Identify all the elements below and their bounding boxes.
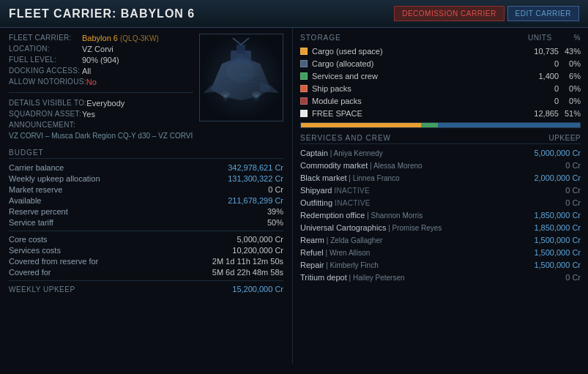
covered-reserve-label: Covered from reserve for [9, 257, 98, 266]
storage-row: FREE SPACE 12,865 51% [300, 108, 581, 119]
service-name-block: Commodity market | Alessa Moreno [300, 161, 423, 170]
core-costs-label: Core costs [9, 235, 48, 244]
service-operator: | Zelda Gallagher [324, 236, 382, 244]
weekly-upkeep-label: WEEKLY UPKEEP [9, 285, 75, 293]
docking-label: DOCKING ACCESS: [9, 67, 82, 75]
service-cost: 0 Cr [522, 273, 581, 282]
storage-item-units: 0 [518, 59, 559, 68]
storage-item-name: Module packs [312, 97, 362, 105]
storage-item-name: Ship packs [312, 84, 351, 93]
budget-row-label: Carrier balance [9, 163, 64, 172]
service-row: Shipyard INACTIVE 0 Cr [300, 185, 581, 195]
storage-item-pct: 51% [559, 109, 581, 118]
budget-row-value: 50% [267, 218, 283, 227]
docking-row: DOCKING ACCESS: All [9, 67, 193, 75]
service-name: Rearm | Zelda Gallagher [300, 236, 382, 244]
free-space-bar [438, 123, 580, 127]
service-row: Tritium depot | Hailey Petersen 0 Cr [300, 272, 581, 283]
service-name-block: Tritium depot | Hailey Petersen [300, 273, 405, 282]
main-content: FLEET CARRIER: Babylon 6 (QLQ-3KW) LOCAT… [0, 28, 588, 364]
left-panel: FLEET CARRIER: Babylon 6 (QLQ-3KW) LOCAT… [0, 28, 293, 364]
service-name: Tritium depot | Hailey Petersen [300, 273, 405, 282]
storage-item-pct: 0% [559, 84, 581, 93]
budget-divider-2 [9, 280, 283, 281]
svg-point-15 [223, 94, 228, 98]
announcement-label: ANNOUNCEMENT: [9, 121, 82, 129]
storage-item-units: 0 [518, 97, 559, 105]
service-name: Refuel | Wren Allison [300, 248, 370, 257]
squadron-label: SQUADRON ASSET: [9, 110, 82, 118]
storage-row: Cargo (used space) 10,735 43% [300, 46, 581, 56]
budget-row: Service tariff 50% [9, 218, 283, 227]
notorious-value: No [86, 78, 97, 86]
services-upkeep-label: UPKEEP [548, 134, 581, 142]
service-row: Outfitting INACTIVE 0 Cr [300, 198, 581, 208]
ship-image [199, 34, 283, 121]
storage-item-units: 12,865 [518, 109, 559, 118]
services-crew-bar [421, 123, 438, 127]
storage-item-name: Cargo (used space) [312, 47, 383, 56]
budget-row-label: Available [9, 196, 41, 205]
budget-row-value: 131,300,322 Cr [228, 174, 283, 183]
service-name: Captain | Aniya Kennedy [300, 149, 383, 157]
core-costs-row: Core costs 5,000,000 Cr [9, 235, 283, 244]
storage-item-name: Services and crew [312, 72, 378, 81]
storage-row: Services and crew 1,400 6% [300, 71, 581, 81]
service-name: Redemption office | Shannon Morris [300, 211, 423, 220]
service-operator: | Promise Reyes [386, 224, 442, 232]
storage-color-dot [300, 110, 308, 117]
storage-item-units: 1,400 [518, 72, 559, 81]
storage-item-pct: 0% [559, 59, 581, 68]
service-name-block: Black market | Linnea Franco [300, 173, 400, 182]
budget-row: Available 211,678,299 Cr [9, 196, 283, 205]
service-row: Commodity market | Alessa Moreno 0 Cr [300, 160, 581, 171]
storage-item-units: 0 [518, 84, 559, 93]
budget-row: Market reserve 0 Cr [9, 185, 283, 194]
services-costs-label: Services costs [9, 246, 61, 255]
squadron-row: SQUADRON ASSET: Yes [9, 110, 193, 119]
covered-reserve-value: 2M 1d 11h 12m 50s [212, 257, 283, 266]
service-status-badge: INACTIVE [334, 187, 370, 195]
squadron-value: Yes [82, 110, 95, 119]
svg-point-14 [226, 60, 256, 82]
storage-color-dot [300, 72, 308, 80]
budget-row-value: 342,978,621 Cr [228, 163, 283, 172]
ship-silhouette [200, 34, 283, 121]
cargo-used-bar [301, 123, 421, 127]
service-status-badge: INACTIVE [335, 199, 371, 207]
service-cost: 2,000,000 Cr [522, 173, 581, 182]
budget-row-value: 39% [267, 207, 283, 216]
service-operator: | Shannon Morris [365, 212, 423, 220]
budget-divider-1 [9, 231, 283, 231]
service-name-block: Outfitting INACTIVE [300, 198, 371, 207]
details-value: Everybody [86, 99, 124, 108]
budget-row: Carrier balance 342,978,621 Cr [9, 163, 283, 172]
details-row: DETAILS VISIBLE TO: Everybody [9, 99, 193, 108]
location-value: VZ Corvi [82, 45, 113, 53]
service-name: Repair | Kimberly Finch [300, 261, 379, 269]
storage-row: Ship packs 0 0% [300, 83, 581, 94]
decomission-button[interactable]: DECOMISSION CARRIER [394, 6, 504, 21]
service-operator: | Aniya Kennedy [328, 149, 383, 157]
ship-info-section: FLEET CARRIER: Babylon 6 (QLQ-3KW) LOCAT… [9, 34, 283, 141]
storage-item-left: Cargo (allocated) [300, 59, 518, 68]
units-col-label: UNITS [528, 34, 552, 42]
edit-carrier-button[interactable]: EDIT CARRIER [507, 6, 579, 21]
covered-reserve-row: Covered from reserve for 2M 1d 11h 12m 5… [9, 257, 283, 266]
budget-row-label: Weekly upkeep allocation [9, 174, 100, 183]
storage-item-name: FREE SPACE [312, 109, 362, 118]
services-header: SERVICES AND CREW UPKEEP [300, 134, 581, 144]
service-row: Refuel | Wren Allison 1,500,000 Cr [300, 247, 581, 258]
core-costs-value: 5,000,000 Cr [237, 235, 283, 244]
storage-color-dot [300, 97, 308, 105]
docking-value: All [82, 67, 91, 75]
storage-rows: Cargo (used space) 10,735 43% Cargo (all… [300, 46, 581, 119]
fuel-level-row: FUEL LEVEL: 90% (904) [9, 56, 193, 64]
storage-header: STORAGE UNITS % [300, 34, 581, 42]
service-row: Redemption office | Shannon Morris 1,850… [300, 210, 581, 220]
service-cost: 1,500,000 Cr [522, 236, 581, 244]
storage-row: Cargo (allocated) 0 0% [300, 59, 581, 69]
details-label: DETAILS VISIBLE TO: [9, 99, 86, 107]
service-name-block: Universal Cartographics | Promise Reyes [300, 223, 442, 232]
service-row: Captain | Aniya Kennedy 5,000,000 Cr [300, 148, 581, 158]
